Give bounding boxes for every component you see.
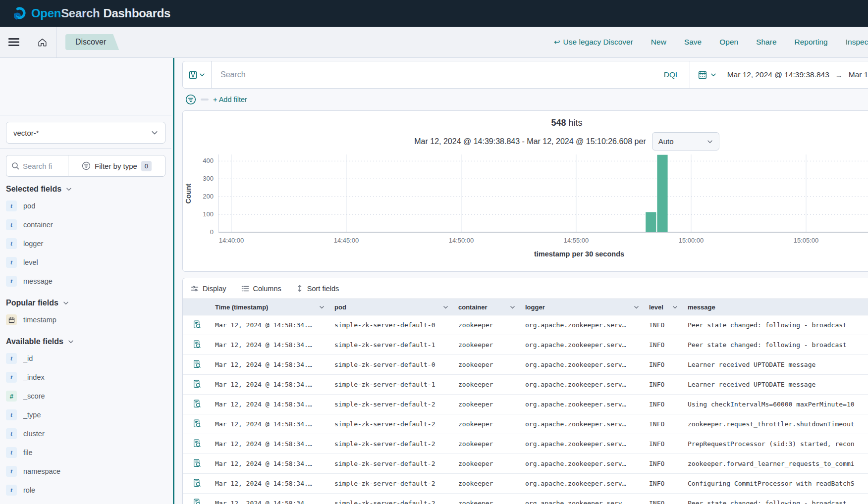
cell-pod: simple-zk-server-default-2	[328, 474, 452, 494]
chevron-down-icon	[672, 304, 678, 310]
field-item-score[interactable]: #_score	[6, 387, 165, 405]
svg-text:14:45:00: 14:45:00	[334, 237, 359, 244]
add-filter-button[interactable]: + Add filter	[213, 96, 247, 103]
cell-pod: simple-zk-server-default-0	[328, 315, 452, 335]
string-type-icon: t	[6, 353, 17, 364]
cell-container: zookeeper	[452, 355, 519, 375]
field-item-message[interactable]: tmessage	[6, 272, 165, 291]
home-button[interactable]	[28, 27, 56, 57]
index-pattern-select[interactable]: vector-*	[6, 122, 165, 144]
inspect-document-icon[interactable]	[193, 459, 201, 467]
selected-fields-header[interactable]: Selected fields	[6, 185, 165, 194]
string-type-icon: t	[6, 201, 17, 211]
date-picker-button[interactable]	[690, 61, 724, 88]
inspect-document-icon[interactable]	[193, 419, 201, 428]
search-input[interactable]	[212, 61, 654, 88]
nav-open[interactable]: Open	[719, 38, 738, 47]
cell-level: INFO	[643, 434, 682, 454]
field-item-id[interactable]: t_id	[6, 349, 165, 368]
undo-icon: ↩	[554, 38, 560, 47]
inspect-document-icon[interactable]	[193, 380, 201, 388]
svg-text:15:05:00: 15:05:00	[794, 237, 819, 244]
date-range[interactable]: Mar 12, 2024 @ 14:39:38.843 → Mar 12, 20…	[724, 70, 868, 79]
table-row: Mar 12, 2024 @ 14:58:34.…simple-zk-serve…	[183, 355, 868, 375]
filter-by-type-button[interactable]: Filter by type 0	[68, 155, 165, 177]
query-language-button[interactable]: DQL	[654, 70, 690, 79]
field-item-logger[interactable]: tlogger	[6, 234, 165, 253]
field-item-index[interactable]: t_index	[6, 368, 165, 387]
inspect-document-icon[interactable]	[193, 439, 201, 448]
discover-main: DQL Mar 12, 2024 @ 14:39:38.843 → Mar 12…	[182, 58, 868, 504]
inspect-document-icon[interactable]	[193, 320, 201, 329]
field-search-input[interactable]	[23, 162, 62, 170]
index-pattern-value: vector-*	[13, 129, 39, 137]
field-item-namespace[interactable]: tnamespace	[6, 462, 165, 481]
cell-pod: simple-zk-server-default-2	[328, 414, 452, 434]
nav-new[interactable]: New	[651, 38, 666, 47]
string-type-icon: t	[6, 466, 17, 477]
saved-queries-button[interactable]	[183, 61, 212, 88]
interval-select[interactable]: Auto	[652, 132, 719, 151]
field-item-file[interactable]: tfile	[6, 443, 165, 462]
nav-inspect[interactable]: Inspect	[846, 38, 868, 47]
inspect-document-icon[interactable]	[193, 400, 201, 408]
field-item-cluster[interactable]: tcluster	[6, 424, 165, 443]
chevron-down-icon	[710, 72, 716, 78]
list-icon	[241, 285, 249, 293]
filter-count-badge: 0	[141, 161, 152, 171]
cell-message: Learner received UPTODATE message	[682, 375, 868, 395]
cell-container: zookeeper	[452, 494, 519, 504]
cell-logger: org.apache.zookeeper.serv…	[519, 315, 643, 335]
cell-logger: org.apache.zookeeper.serv…	[519, 414, 643, 434]
menu-button[interactable]	[0, 27, 28, 57]
opensearch-logo-icon[interactable]	[13, 7, 26, 20]
date-from[interactable]: Mar 12, 2024 @ 14:39:38.843	[727, 70, 829, 79]
popular-fields-header[interactable]: Popular fields	[6, 299, 165, 307]
sort-fields-button[interactable]: Sort fields	[296, 285, 339, 293]
display-button[interactable]: Display	[191, 285, 226, 293]
cell-message: Using checkIntervalMs=60000 maxPerMinute…	[682, 395, 868, 414]
nav-save[interactable]: Save	[684, 38, 702, 47]
field-item-container[interactable]: tcontainer	[6, 215, 165, 234]
inspect-document-icon[interactable]	[193, 499, 201, 504]
cell-time: Mar 12, 2024 @ 14:58:34.…	[209, 454, 328, 474]
inspect-document-icon[interactable]	[193, 479, 201, 487]
table-row: Mar 12, 2024 @ 14:58:34.…simple-zk-serve…	[183, 375, 868, 395]
cell-logger: org.apache.zookeeper.serv…	[519, 335, 643, 355]
header-level[interactable]: level	[643, 299, 682, 315]
cell-level: INFO	[643, 474, 682, 494]
field-item-level[interactable]: tlevel	[6, 253, 165, 272]
calendar-icon	[6, 314, 17, 325]
cell-container: zookeeper	[452, 315, 519, 335]
chevron-down-icon	[63, 300, 69, 306]
field-item-role[interactable]: trole	[6, 481, 165, 500]
table-row: Mar 12, 2024 @ 14:58:34.…simple-zk-serve…	[183, 474, 868, 494]
header-container[interactable]: container	[452, 299, 519, 315]
header-time[interactable]: Time (timestamp)	[209, 299, 328, 315]
field-item-timestamp[interactable]: timestamp	[6, 310, 165, 329]
field-item-type[interactable]: t_type	[6, 405, 165, 424]
svg-text:400: 400	[203, 157, 214, 164]
columns-button[interactable]: Columns	[241, 285, 281, 293]
cell-logger: org.apache.zookeeper.serv…	[519, 494, 643, 504]
header-message[interactable]: message	[682, 299, 868, 315]
nav-reporting[interactable]: Reporting	[795, 38, 828, 47]
header-pod[interactable]: pod	[328, 299, 452, 315]
breadcrumb[interactable]: Discover	[65, 34, 119, 50]
hamburger-icon	[8, 38, 19, 47]
nav-share[interactable]: Share	[756, 38, 776, 47]
inspect-document-icon[interactable]	[193, 360, 201, 368]
filter-icon	[82, 161, 91, 170]
inspect-document-icon[interactable]	[193, 340, 201, 349]
date-to[interactable]: Mar 12, 2024 @ 15:10:26.608	[849, 70, 868, 79]
available-fields-header[interactable]: Available fields	[6, 337, 165, 346]
histogram-chart[interactable]: 010020030040014:40:0014:45:0014:50:0014:…	[183, 151, 868, 260]
filter-circle-icon[interactable]	[185, 94, 196, 105]
header-logger[interactable]: logger	[519, 299, 643, 315]
cell-logger: org.apache.zookeeper.serv…	[519, 434, 643, 454]
nav-use-legacy-discover[interactable]: ↩Use legacy Discover	[554, 38, 633, 47]
table-row: Mar 12, 2024 @ 14:58:34.…simple-zk-serve…	[183, 414, 868, 434]
field-item-pod[interactable]: tpod	[6, 197, 165, 215]
sidebar-resize-handle[interactable]	[173, 58, 174, 504]
expand-document-cell	[183, 335, 209, 355]
